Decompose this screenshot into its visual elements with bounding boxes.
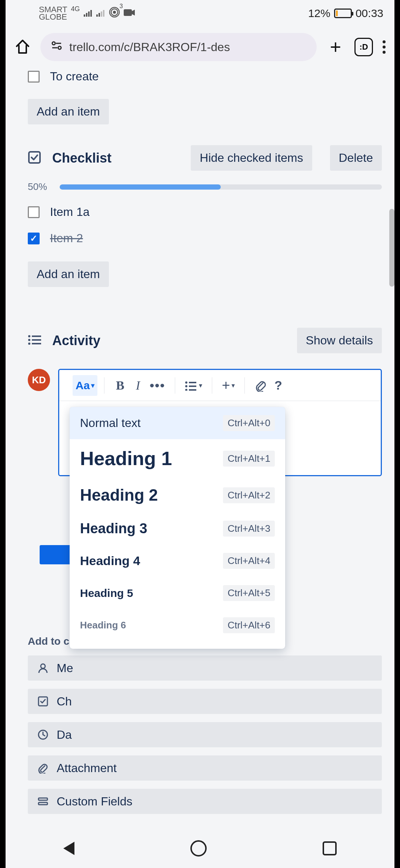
text-style-option[interactable]: Heading 1Ctrl+Alt+1 [70, 439, 285, 478]
comment-row: KD Aa▾ B I ••• [28, 369, 382, 476]
svg-point-23 [185, 381, 187, 384]
svg-rect-28 [189, 389, 196, 391]
add-item-button[interactable]: Add an item [28, 99, 109, 124]
keyboard-shortcut: Ctrl+Alt+6 [223, 617, 275, 633]
add-attachment-button[interactable]: Attachment [28, 755, 382, 781]
keyboard-shortcut: Ctrl+Alt+4 [223, 553, 275, 569]
svg-rect-22 [32, 343, 41, 344]
hide-checked-label: Hide checked items [200, 151, 303, 164]
hide-checked-button[interactable]: Hide checked items [191, 145, 312, 171]
svg-point-29 [41, 664, 45, 668]
clock: 00:33 [356, 7, 383, 20]
text-style-button[interactable]: Aa▾ [73, 375, 97, 396]
svg-rect-2 [88, 11, 90, 17]
home-button[interactable] [190, 840, 207, 857]
lists-button[interactable]: ▾ [182, 375, 205, 396]
add-item-button[interactable]: Add an item [28, 261, 109, 287]
battery-icon [334, 9, 352, 18]
italic-button[interactable]: I [129, 375, 147, 396]
site-settings-icon[interactable] [51, 40, 63, 54]
checklist-title[interactable]: Checklist [52, 150, 180, 166]
avatar[interactable]: KD [28, 369, 50, 391]
chevron-down-icon: ▾ [231, 381, 235, 390]
checkbox[interactable] [28, 71, 40, 83]
home-icon[interactable] [14, 38, 31, 56]
attach-button[interactable] [251, 375, 269, 396]
text-style-option[interactable]: Heading 2Ctrl+Alt+2 [70, 478, 285, 513]
text-style-option-label: Heading 3 [80, 521, 147, 537]
keyboard-shortcut: Ctrl+Alt+5 [223, 585, 275, 601]
checkbox[interactable] [28, 206, 40, 218]
add-dates-button[interactable]: Da [28, 722, 382, 747]
text-style-option[interactable]: Heading 5Ctrl+Alt+5 [70, 577, 285, 609]
hotspot-count: 3 [120, 3, 123, 10]
bold-button[interactable]: B [111, 375, 129, 396]
url-text: trello.com/c/BRAK3ROF/1-des [69, 40, 230, 54]
more-formatting-button[interactable]: ••• [147, 375, 168, 396]
delete-checklist-label: Delete [339, 151, 373, 164]
text-style-option-label: Heading 2 [80, 486, 158, 504]
progress-row: 50% [28, 181, 382, 193]
show-details-label: Show details [306, 334, 373, 347]
checkbox-checked[interactable] [28, 233, 40, 244]
signal-icon-2 [96, 8, 105, 19]
browser-bar: trello.com/c/BRAK3ROF/1-des + :D [6, 27, 394, 67]
svg-rect-5 [99, 13, 100, 17]
new-tab-button[interactable]: + [326, 36, 345, 58]
back-button[interactable] [63, 842, 74, 855]
url-bar[interactable]: trello.com/c/BRAK3ROF/1-des [40, 33, 317, 61]
text-style-option[interactable]: Heading 6Ctrl+Alt+6 [70, 609, 285, 641]
carrier-label: SMART GLOBE [39, 6, 67, 21]
custom-fields-icon [37, 796, 49, 807]
svg-point-14 [58, 46, 61, 49]
recents-button[interactable] [323, 841, 337, 855]
activity-title: Activity [52, 333, 286, 348]
checklist-item[interactable]: Item 2 [28, 231, 382, 245]
progress-bar [60, 184, 382, 190]
checklist-item[interactable]: Item 1a [28, 205, 382, 219]
carrier-line2: GLOBE [39, 13, 67, 21]
svg-point-17 [28, 335, 30, 337]
network-badge: 4G [71, 5, 80, 13]
checklist-item[interactable]: To create [28, 70, 382, 83]
add-checklist-label: Ch [57, 695, 72, 708]
keyboard-shortcut: Ctrl+Alt+0 [223, 415, 275, 431]
tab-switcher-button[interactable]: :D [354, 38, 373, 56]
svg-rect-20 [32, 339, 41, 341]
add-checklist-button[interactable]: Ch [28, 689, 382, 714]
svg-point-19 [28, 339, 30, 341]
text-style-option[interactable]: Normal textCtrl+Alt+0 [70, 407, 285, 439]
add-custom-fields-button[interactable]: Custom Fields [28, 789, 382, 814]
scrollbar-thumb[interactable] [389, 209, 394, 287]
show-details-button[interactable]: Show details [297, 328, 382, 353]
insert-button[interactable]: +▾ [219, 375, 238, 396]
keyboard-shortcut: Ctrl+Alt+3 [223, 521, 275, 537]
clock-icon [37, 729, 49, 740]
status-bar: SMART GLOBE 4G 3 12% 00:33 [6, 0, 394, 27]
svg-rect-6 [101, 11, 102, 17]
svg-rect-26 [189, 385, 196, 387]
svg-rect-18 [32, 335, 41, 337]
add-dates-label: Da [57, 728, 72, 742]
paperclip-icon [37, 762, 49, 774]
add-members-label: Me [57, 661, 73, 675]
svg-rect-32 [39, 798, 47, 800]
svg-rect-1 [86, 13, 87, 17]
avatar-initials: KD [32, 374, 46, 386]
text-style-option[interactable]: Heading 3Ctrl+Alt+3 [70, 513, 285, 545]
checklist-icon [37, 696, 49, 707]
svg-rect-33 [39, 802, 47, 805]
help-button[interactable]: ? [269, 375, 287, 396]
add-members-button[interactable]: Me [28, 655, 382, 681]
text-style-option[interactable]: Heading 4Ctrl+Alt+4 [70, 545, 285, 577]
svg-point-25 [185, 385, 187, 387]
status-left: SMART GLOBE 4G 3 [39, 6, 136, 21]
comment-editor[interactable]: Aa▾ B I ••• ▾ [58, 369, 382, 476]
text-style-dropdown: Normal textCtrl+Alt+0Heading 1Ctrl+Alt+1… [70, 407, 285, 649]
browser-menu-button[interactable] [383, 40, 386, 54]
save-button[interactable] [40, 545, 73, 564]
hotspot-icon: 3 [109, 7, 120, 20]
status-right: 12% 00:33 [308, 7, 383, 20]
delete-checklist-button[interactable]: Delete [330, 145, 382, 171]
svg-rect-0 [84, 14, 85, 17]
